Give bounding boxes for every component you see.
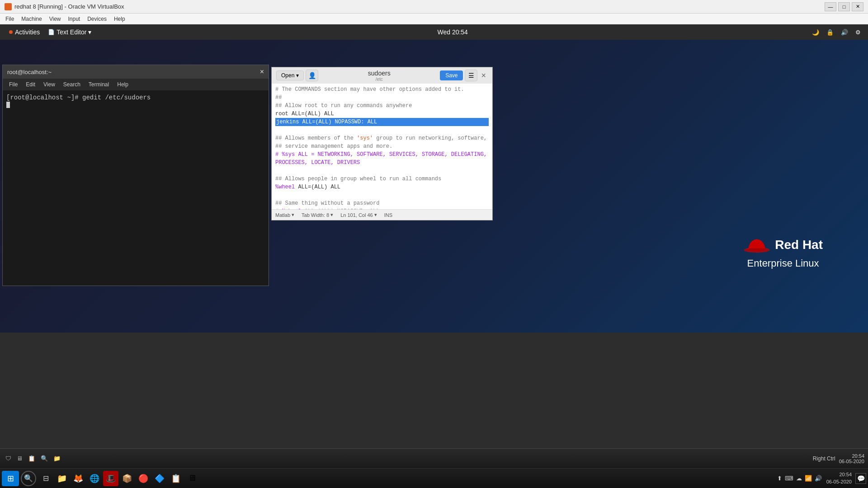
taskbar-top-row: 🛡 🖥 📋 🔍 📁 Right Ctrl 20:54 06-05-2020 [0, 448, 868, 468]
gedit-language-selector[interactable]: Matlab ▾ [275, 212, 294, 218]
cloud-icon[interactable]: ☁ [795, 474, 803, 483]
gnome-clock[interactable]: Wed 20:54 [437, 28, 467, 36]
terminal-menu-terminal[interactable]: Terminal [85, 80, 113, 89]
redhat-name: Red Hat [775, 238, 823, 252]
gedit-contacts-icon: 👤 [308, 72, 316, 79]
terminal-titlebar: root@localhost:~ × [3, 65, 269, 79]
vbox-close-button[interactable]: ✕ [852, 2, 863, 11]
taskbar-clock[interactable]: 20:54 06-05-2020 [825, 471, 854, 485]
volume-icon[interactable]: 🔊 [814, 474, 823, 483]
gedit-hamburger-button[interactable]: ☰ [465, 70, 477, 81]
gedit-contacts-button[interactable]: 👤 [306, 70, 318, 81]
gedit-position-selector[interactable]: Ln 101, Col 46 ▾ [340, 212, 377, 218]
keyboard-icon[interactable]: ⌨ [784, 474, 794, 483]
right-ctrl-label: Right Ctrl [813, 455, 835, 462]
gnome-topbar: Activities 📄 Text Editor ▾ Wed 20:54 🌙 🔒… [0, 24, 868, 40]
terminal-menu-edit[interactable]: Edit [22, 80, 39, 89]
taskbar-search-button[interactable]: 🔍 [21, 471, 36, 486]
desktop-icon: 💬 [857, 475, 865, 482]
gedit-open-button[interactable]: Open ▾ [276, 70, 304, 80]
texteditor-menu[interactable]: 📄 Text Editor ▾ [44, 27, 95, 38]
terminal-close-button[interactable]: × [260, 68, 264, 75]
taskbar-time: 20:54 [826, 471, 852, 478]
vbox-menu-devices[interactable]: Devices [84, 15, 110, 23]
gedit-tabwidth-chevron: ▾ [330, 212, 333, 218]
code-line-1: # The COMMANDS section may have other op… [275, 85, 489, 94]
terminal-taskbar-button[interactable]: 🖥 [184, 471, 200, 486]
gedit-position: Ln 101, Col 46 [340, 212, 373, 218]
vbox-maximize-button[interactable]: □ [838, 2, 850, 11]
virtualbox-icon: 📦 [122, 474, 132, 483]
wifi-icon[interactable]: 📶 [804, 474, 813, 483]
gnome-topbar-right: 🌙 🔒 🔊 ⚙ [810, 28, 863, 37]
taskbar-top-clock[interactable]: 20:54 06-05-2020 [839, 453, 864, 464]
desktop: root@localhost:~ × File Edit View Search… [0, 40, 868, 333]
gnome-lock-icon[interactable]: 🔒 [825, 28, 835, 37]
powershell-button[interactable]: 📋 [168, 471, 184, 486]
task-view-icon: ⊟ [43, 474, 49, 483]
terminal-content[interactable]: [root@localhost ~]# gedit /etc/sudoers [3, 90, 269, 286]
edge-button[interactable]: 🌐 [87, 471, 102, 486]
taskbar-apps-area: ⊞ 🔍 ⊟ 📁 🦊 🌐 🎩 📦 🔴 🔷 [2, 471, 200, 486]
redhat-logo-image: Red Hat [743, 236, 823, 254]
taskbar-date: 06-05-2020 [826, 479, 852, 485]
code-line-6: ## Allows members of the 'sys' group to … [275, 134, 489, 142]
redhat-taskbar-button[interactable]: 🎩 [103, 471, 118, 486]
gnome-night-mode-icon[interactable]: 🌙 [810, 28, 821, 37]
virtualbox-button[interactable]: 📦 [119, 471, 135, 486]
code-line-9: PROCESSES, LOCATE, DRIVERS [275, 159, 489, 167]
gnome-audio-icon[interactable]: 🔊 [839, 28, 850, 37]
search-small-icon[interactable]: 🔍 [39, 453, 50, 464]
app6-button[interactable]: 🔴 [136, 471, 151, 486]
gedit-save-button[interactable]: Save [440, 70, 463, 80]
folder-small-icon[interactable]: 📁 [52, 453, 62, 464]
vbox-icon [5, 3, 12, 10]
file-explorer-icon: 📁 [57, 474, 67, 483]
clipboard-icon[interactable]: 📋 [26, 453, 37, 464]
sourcecontrol-button[interactable]: 🔷 [152, 471, 167, 486]
gnome-settings-icon[interactable]: ⚙ [854, 28, 863, 37]
vbox-menu-input[interactable]: Input [65, 15, 84, 23]
terminal-menu-view[interactable]: View [40, 80, 59, 89]
vbox-minimize-button[interactable]: — [825, 2, 836, 11]
vbox-menu-help[interactable]: Help [110, 15, 129, 23]
gnome-topbar-left: Activities 📄 Text Editor ▾ [5, 27, 95, 38]
taskbar-bottom-right: ⬆ ⌨ ☁ 📶 🔊 20:54 06-05-2020 💬 [776, 471, 866, 485]
code-line-blank2 [275, 167, 489, 175]
terminal-menu-search[interactable]: Search [60, 80, 84, 89]
monitor-icon[interactable]: 🖥 [15, 453, 24, 464]
start-button[interactable]: ⊞ [2, 471, 19, 486]
redhat-brand-text: Red Hat [775, 238, 823, 252]
activities-button[interactable]: Activities [5, 27, 43, 38]
vbox-controls: — □ ✕ [825, 2, 863, 11]
code-line-3: ## Allow root to run any commands anywhe… [275, 102, 489, 110]
gedit-titlebar-right: Save ☰ × [440, 70, 488, 81]
gedit-insert-mode: INS [384, 212, 392, 218]
chevron-up-icon[interactable]: ⬆ [776, 474, 783, 483]
vbox-menubar: File Machine View Input Devices Help [0, 14, 868, 24]
code-line-11: %wheel ALL=(ALL) ALL [275, 183, 489, 191]
vbox-menu-machine[interactable]: Machine [18, 15, 45, 23]
show-desktop-button[interactable]: 💬 [855, 473, 866, 484]
gedit-editor[interactable]: # The COMMANDS section may have other op… [272, 84, 492, 209]
gnome-datetime: Wed 20:54 [437, 28, 467, 36]
file-explorer-button[interactable]: 📁 [54, 471, 70, 486]
gedit-open-label: Open [281, 72, 294, 79]
shield-icon[interactable]: 🛡 [4, 453, 13, 464]
taskbar-search-icon: 🔍 [24, 474, 33, 483]
sourcecontrol-icon: 🔷 [155, 474, 165, 483]
vbox-menu-file[interactable]: File [2, 15, 18, 23]
gedit-title-area: sudoers /etc [318, 70, 440, 82]
code-line-2: ## [275, 94, 489, 102]
gedit-language-chevron: ▾ [292, 212, 294, 218]
gedit-titlebar-left: Open ▾ 👤 [276, 70, 318, 81]
vbox-menu-view[interactable]: View [46, 15, 65, 23]
task-view-button[interactable]: ⊟ [38, 471, 53, 486]
terminal-menu-file[interactable]: File [5, 80, 21, 89]
firefox-button[interactable]: 🦊 [71, 471, 86, 486]
terminal-command-line: [root@localhost ~]# gedit /etc/sudoers [6, 94, 265, 101]
gedit-tabwidth-selector[interactable]: Tab Width: 8 ▾ [302, 212, 333, 218]
taskbar-top-right: Right Ctrl 20:54 06-05-2020 [813, 453, 864, 464]
terminal-menu-help[interactable]: Help [113, 80, 132, 89]
gedit-close-button[interactable]: × [479, 71, 488, 80]
